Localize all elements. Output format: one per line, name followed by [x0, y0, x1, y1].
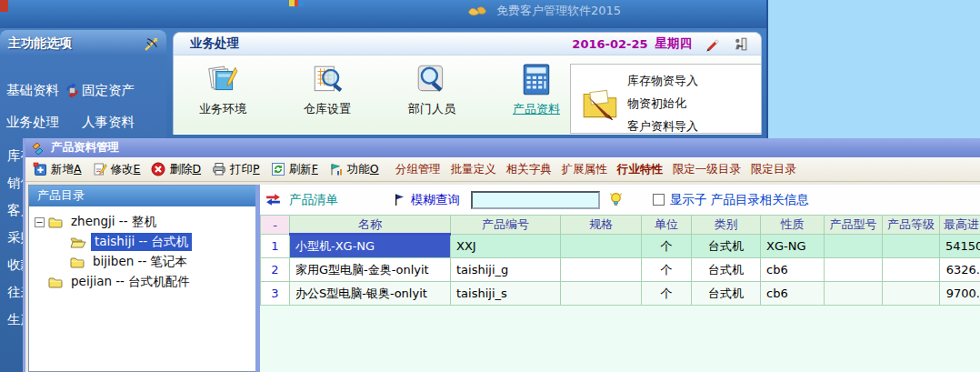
product-list-panel: 产品清单 模糊查询 显示子 产品目录相关信息 -名称产品编号规格单位类别性质产品… — [260, 185, 980, 372]
column-header[interactable]: 名称 — [290, 216, 451, 235]
table-cell[interactable]: taishiji_s — [451, 282, 561, 306]
tree-expander-icon[interactable]: − — [35, 217, 45, 227]
toolbar-button-P[interactable]: 打印P — [212, 162, 260, 177]
table-cell[interactable] — [825, 235, 883, 258]
column-header[interactable]: 产品编号 — [451, 216, 561, 235]
sidebar-item-fixed-assets[interactable]: 固定资产 — [82, 82, 135, 99]
table-cell[interactable]: XXJ — [451, 235, 561, 258]
tree-node[interactable]: peijian -- 台式机配件 — [29, 272, 255, 292]
row-number-cell[interactable]: 1 — [261, 235, 290, 258]
table-cell[interactable] — [561, 235, 642, 258]
toolbar-button-label: 刷新F — [289, 162, 318, 177]
import-link[interactable]: 客户资料导入 — [627, 115, 698, 137]
table-cell[interactable]: 台式机 — [692, 235, 761, 258]
product-grid-wrap: -名称产品编号规格单位类别性质产品型号产品等级最高进1小型机-XG-NGXXJ个… — [260, 215, 980, 306]
toolbar-link[interactable]: 限定目录 — [751, 162, 796, 177]
table-cell[interactable]: 9700. — [940, 282, 980, 306]
sidebar-item-business[interactable]: 业务处理 — [6, 114, 63, 131]
fuzzy-search-input[interactable] — [471, 191, 600, 209]
table-cell[interactable] — [883, 258, 940, 282]
column-header[interactable]: 产品型号 — [825, 216, 883, 235]
toolbar-button-F[interactable]: 刷新F — [271, 162, 318, 177]
edit-icon — [93, 162, 107, 176]
folder-open-icon — [70, 236, 86, 248]
shortcut-label: 业务环境 — [188, 101, 257, 117]
toolbar-button-A[interactable]: 新增A — [33, 162, 82, 177]
toolbar-link[interactable]: 分组管理 — [395, 162, 441, 177]
table-cell[interactable]: 个 — [642, 282, 692, 306]
crossbow-icon[interactable] — [144, 36, 159, 52]
toolbar-link[interactable]: 扩展属性 — [562, 162, 607, 177]
show-sub-catalog-checkbox[interactable] — [653, 194, 665, 206]
swap-arrows-icon — [265, 193, 282, 206]
exit-icon[interactable] — [733, 36, 748, 52]
workspace-panel-title: 业务处理 — [190, 35, 239, 52]
table-row[interactable]: 3办公S型电脑-银奥-onlyittaishiji_s个台式机cb69700. — [261, 282, 980, 306]
product-window-titlebar[interactable]: 产品资料管理 — [25, 138, 980, 157]
sidebar-item-basic-data[interactable]: 基础资料 — [6, 82, 63, 99]
row-number-cell[interactable]: 2 — [261, 258, 290, 282]
toolbar-link[interactable]: 相关字典 — [506, 162, 552, 177]
date-label: 2016-02-25 — [572, 37, 647, 51]
tree-node-label: peijian -- 台式机配件 — [67, 273, 194, 291]
table-cell[interactable]: 54150. — [940, 235, 980, 258]
table-cell[interactable]: 小型机-XG-NG — [290, 235, 451, 258]
column-header[interactable]: 单位 — [642, 216, 692, 235]
table-cell[interactable]: taishiji_g — [451, 258, 561, 282]
table-cell[interactable] — [825, 282, 883, 306]
titlebar-fragment-icon — [0, 0, 8, 12]
row-number-cell[interactable]: 3 — [261, 282, 290, 306]
shortcut-notes-pencil[interactable]: 业务环境 — [188, 61, 257, 117]
lamp-icon[interactable] — [609, 192, 623, 207]
shortcut-doc-magnifier[interactable]: 仓库设置 — [293, 61, 362, 117]
table-cell[interactable]: 个 — [642, 258, 692, 282]
tree-node[interactable]: bijiben -- 笔记本 — [29, 252, 255, 272]
fuzzy-search-label: 模糊查询 — [411, 192, 460, 208]
toolbar-button-O[interactable]: 功能O — [329, 162, 379, 177]
toolbar-button-label: 修改E — [111, 162, 141, 177]
shortcut-calculator[interactable]: 产品资料 — [502, 61, 571, 117]
sync-icon[interactable] — [63, 82, 82, 99]
sidebar-item-hr-data[interactable]: 人事资料 — [82, 114, 135, 131]
tab-product-list[interactable]: 产品清单 — [265, 192, 338, 208]
workspace-panel: 业务处理 2016-02-25 星期四 业务环境仓库设置部门人员产品资料 库存物… — [173, 32, 762, 135]
shortcut-magnifier[interactable]: 部门人员 — [397, 61, 466, 117]
table-cell[interactable] — [883, 235, 940, 258]
column-header[interactable]: 类别 — [692, 216, 761, 235]
table-cell[interactable]: 办公S型电脑-银奥-onlyit — [290, 282, 451, 306]
toolbar-button-label: 删除D — [169, 162, 201, 177]
table-cell[interactable] — [561, 258, 642, 282]
table-cell[interactable]: cb6 — [761, 258, 825, 282]
column-header[interactable]: 规格 — [561, 216, 642, 235]
table-row[interactable]: 1小型机-XG-NGXXJ个台式机XG-NG54150. — [261, 235, 980, 258]
sidebar-header: 主功能选项 — [0, 30, 166, 55]
table-cell[interactable]: 个 — [642, 235, 692, 258]
tree-node[interactable]: taishiji -- 台式机 — [29, 232, 255, 252]
table-row[interactable]: 2家用G型电脑-金奥-onlyittaishiji_g个台式机cb66326. — [261, 258, 980, 282]
toolbar-link[interactable]: 行业特性 — [617, 162, 663, 177]
table-cell[interactable]: 台式机 — [692, 282, 761, 306]
doc-magnifier-icon — [309, 61, 345, 99]
pen-tool-icon[interactable] — [705, 36, 720, 52]
column-header[interactable]: - — [261, 216, 290, 235]
import-link[interactable]: 库存物资导入 — [627, 69, 698, 92]
table-cell[interactable]: 台式机 — [692, 258, 761, 282]
column-header[interactable]: 产品等级 — [883, 216, 940, 235]
table-cell[interactable] — [883, 282, 940, 306]
column-header[interactable]: 最高进 — [940, 216, 980, 235]
sidebar-grid: 基础资料 固定资产 业务处理 人事资料 — [6, 81, 163, 145]
table-cell[interactable]: XG-NG — [761, 235, 825, 258]
table-cell[interactable] — [825, 258, 883, 282]
table-cell[interactable]: 家用G型电脑-金奥-onlyit — [290, 258, 451, 282]
column-header[interactable]: 性质 — [761, 216, 825, 235]
toolbar-button-E[interactable]: 修改E — [93, 162, 141, 177]
toolbar-link[interactable]: 批量定义 — [451, 162, 496, 177]
table-cell[interactable]: 6326. — [940, 258, 980, 282]
table-cell[interactable] — [561, 282, 642, 306]
toolbar-button-D[interactable]: 删除D — [151, 162, 201, 177]
table-cell[interactable]: cb6 — [761, 282, 825, 306]
tree-node[interactable]: −zhengji -- 整机 — [29, 212, 255, 232]
folder-pen-icon — [580, 74, 622, 133]
toolbar-link[interactable]: 限定一级目录 — [673, 162, 741, 177]
import-link[interactable]: 物资初始化 — [627, 92, 698, 115]
